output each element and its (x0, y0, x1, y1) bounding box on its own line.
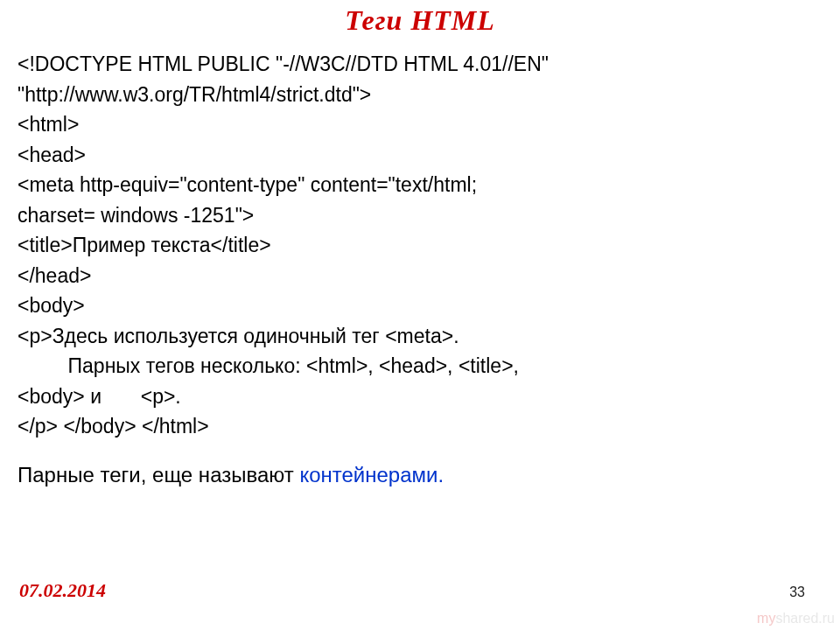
code-line: "http://www.w3.org/TR/html4/strict.dtd"> (18, 83, 371, 106)
watermark-ru: .ru (818, 611, 835, 626)
code-line: charset= windows -1251"> (18, 204, 254, 227)
slide-container: Теги HTML <!DOCTYPE HTML PUBLIC "-//W3C/… (0, 0, 840, 630)
code-line: <title>Пример текста</title> (18, 234, 271, 256)
code-line: <!DOCTYPE HTML PUBLIC "-//W3C//DTD HTML … (18, 52, 549, 75)
footer-note: Парные теги, еще называют контейнерами. (18, 459, 822, 491)
watermark-my: my (757, 611, 775, 626)
code-line: <p>Здесь используется одиночный тег <met… (18, 325, 459, 347)
code-line: <html> (18, 113, 79, 136)
code-example: <!DOCTYPE HTML PUBLIC "-//W3C//DTD HTML … (18, 49, 822, 442)
watermark: myshared.ru (752, 607, 840, 630)
footer-highlight: контейнерами. (299, 463, 444, 486)
code-line: <meta http-equiv="content-type" content=… (18, 173, 477, 196)
footer-text: Парные теги, еще называют (18, 463, 299, 486)
watermark-shared: shared (775, 611, 818, 626)
slide-date: 07.02.2014 (19, 579, 106, 602)
code-line: </head> (18, 264, 91, 287)
page-number: 33 (789, 584, 805, 600)
code-line: Парных тегов несколько: <html>, <head>, … (18, 354, 519, 377)
slide-title: Теги HTML (18, 4, 822, 37)
code-line: <head> (18, 144, 86, 166)
code-line: <body> (18, 294, 85, 317)
code-line: </p> </body> </html> (18, 415, 209, 438)
code-line: <body> и <p>. (18, 385, 181, 408)
